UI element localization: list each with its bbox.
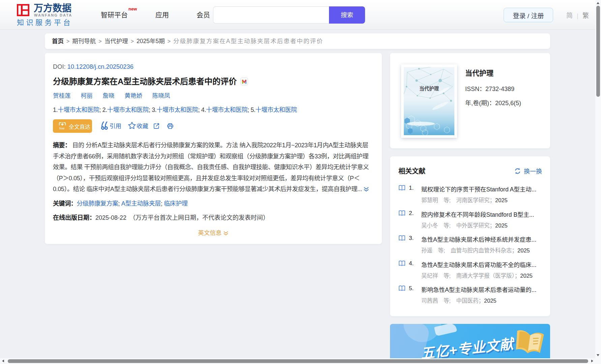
svg-text:free: free xyxy=(59,127,65,130)
